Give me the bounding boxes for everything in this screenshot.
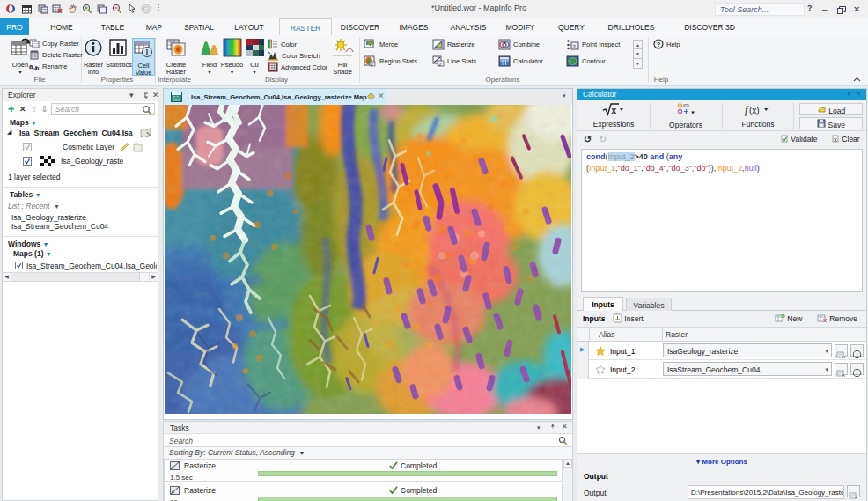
svg-text:(x): (x) [749, 106, 760, 115]
svg-text:i: i [857, 370, 858, 377]
svg-text:2: 2 [371, 62, 373, 67]
svg-text:b: b [35, 65, 39, 71]
svg-text:x: x [612, 106, 617, 115]
svg-text:a: a [29, 63, 33, 70]
svg-text:i: i [857, 351, 858, 358]
svg-text:?: ? [657, 41, 661, 48]
svg-text:2: 2 [439, 62, 442, 67]
